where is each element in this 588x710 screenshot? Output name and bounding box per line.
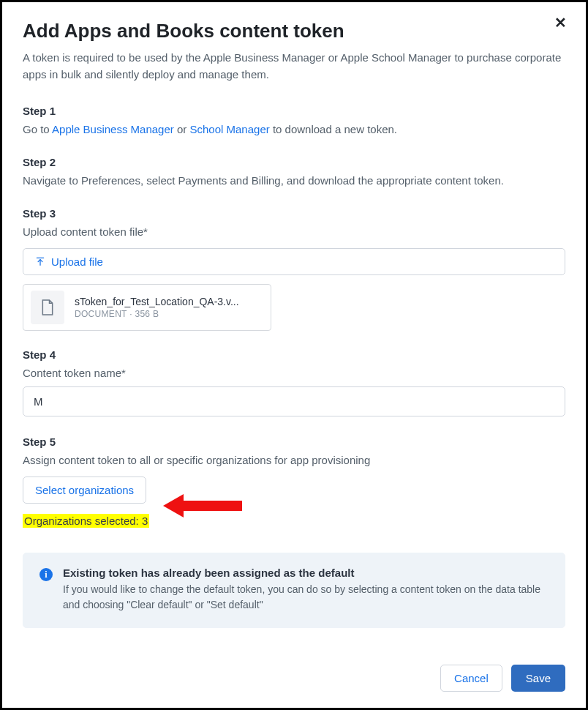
info-title: Existing token has already been assigned… [63,567,549,579]
select-organizations-button[interactable]: Select organizations [23,477,146,504]
school-manager-link[interactable]: School Manager [189,123,269,135]
step1-text-prefix: Go to [23,123,52,135]
upload-icon [35,256,45,268]
cancel-button[interactable]: Cancel [440,665,502,692]
info-body: If you would like to change the default … [63,582,549,613]
apple-business-manager-link[interactable]: Apple Business Manager [52,123,174,135]
step4-heading: Step 4 [23,348,565,361]
step3-heading: Step 3 [23,207,565,220]
modal-subtitle: A token is required to be used by the Ap… [23,50,565,83]
step5-label: Assign content token to all or specific … [23,452,565,468]
modal-dialog: ✕ Add Apps and Books content token A tok… [0,0,588,710]
step1-heading: Step 1 [23,105,565,117]
uploaded-file-meta: DOCUMENT · 356 B [75,309,239,319]
step1-joiner: or [174,123,190,135]
step2-body: Navigate to Preferences, select Payments… [23,173,565,188]
step4-label: Content token name* [23,365,565,381]
upload-button-label: Upload file [51,255,103,268]
step1-text-suffix: to download a new token. [270,123,397,135]
step1-body: Go to Apple Business Manager or School M… [23,122,565,137]
select-organizations-label: Select organizations [35,484,134,496]
upload-file-button[interactable]: Upload file [23,248,565,275]
info-icon: i [39,568,53,581]
document-icon [31,291,64,324]
close-button[interactable]: ✕ [554,15,567,30]
uploaded-file-card: sToken_for_Test_Location_QA-3.v... DOCUM… [23,284,271,331]
info-panel: i Existing token has already been assign… [23,553,565,628]
step2-heading: Step 2 [23,156,565,168]
uploaded-file-name: sToken_for_Test_Location_QA-3.v... [75,296,239,307]
save-button[interactable]: Save [511,665,565,692]
step5-heading: Step 5 [23,436,565,448]
content-token-name-input[interactable] [23,386,565,416]
footer-buttons: Cancel Save [23,644,565,692]
step3-label: Upload content token file* [23,224,565,239]
organizations-selected-text: Organizations selected: 3 [23,514,149,528]
modal-title: Add Apps and Books content token [23,20,565,42]
